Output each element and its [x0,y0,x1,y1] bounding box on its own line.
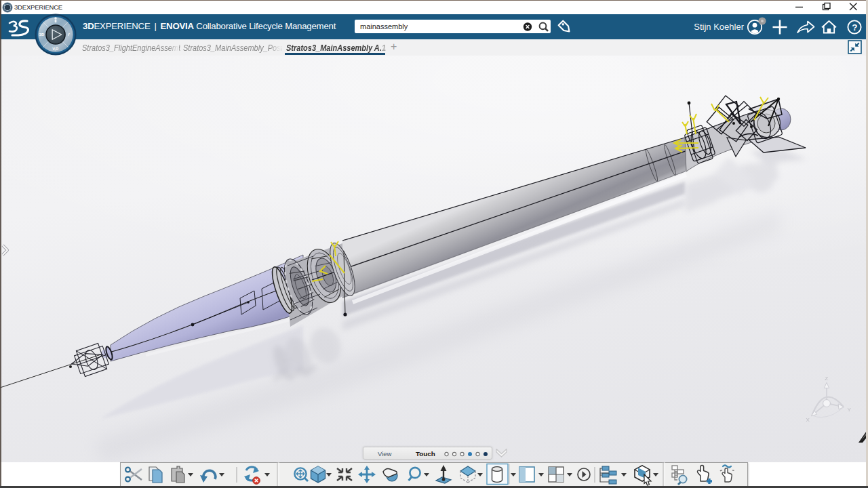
svg-text:V,R: V,R [52,47,59,51]
svg-text:Z: Z [825,375,828,382]
svg-text:3D: 3D [39,33,44,37]
svg-text:Y: Y [848,407,852,413]
svg-text:X: X [806,417,810,423]
svg-text:?: ? [852,22,857,33]
